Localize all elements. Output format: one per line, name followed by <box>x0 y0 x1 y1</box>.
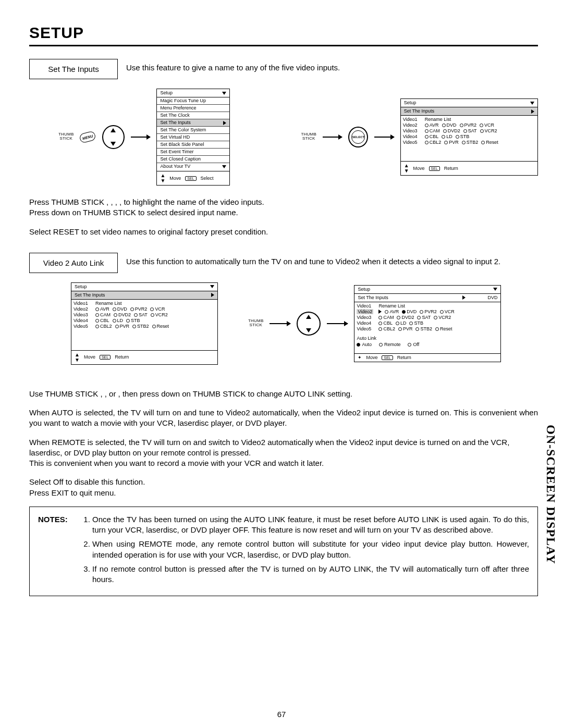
menu-button-icon: MENU <box>79 130 97 143</box>
menu-item: Set The Clock <box>157 112 229 119</box>
arrow-icon <box>374 137 394 138</box>
page-number: 67 <box>0 710 563 719</box>
menu-item: Set The Color System <box>157 127 229 134</box>
foot-move: Move <box>84 355 95 360</box>
menu-item: Set Closed Caption <box>157 156 229 163</box>
page-heading: SETUP <box>29 24 538 42</box>
sel-badge: SEL <box>429 166 440 171</box>
instruction-text: When REMOTE is selected, the TV will tur… <box>29 437 538 459</box>
updown-icon: ▲▼ <box>404 163 409 174</box>
arrow-right-icon <box>462 295 466 300</box>
foot-action: Return <box>397 355 411 360</box>
input-row: Video1Rename List <box>403 117 535 122</box>
note-item: If no remote control button is pressed a… <box>92 564 529 585</box>
arrow-right-icon <box>531 109 534 114</box>
sel-badge: SEL <box>382 355 393 360</box>
menu-title: Setup <box>358 287 370 292</box>
instruction-text: Select RESET to set video names to origi… <box>29 227 538 237</box>
dvd-tag: DVD <box>487 295 497 300</box>
arrow-right-icon <box>211 293 214 297</box>
notes-box: NOTES: Once the TV has been turned on us… <box>29 507 538 596</box>
menu-item: Magic Focus Tune Up <box>157 97 229 105</box>
select-button-icon: SELECT <box>348 127 368 147</box>
note-item: When using REMOTE mode, any remote contr… <box>92 539 529 560</box>
foot-action: Return <box>444 166 458 171</box>
opt-remote: Remote <box>384 342 401 347</box>
updown-icon: ▲▼ <box>75 352 80 363</box>
menu-item: Set Black Side Panel <box>157 141 229 149</box>
updown-icon: ▲▼ <box>160 173 165 183</box>
input-row: Video2AVRDVDPVR2VCR <box>74 306 215 312</box>
thumbstick-icon <box>102 125 125 149</box>
menu-subtitle: Set The Inputs <box>358 295 388 300</box>
nav-glyph: ✦ <box>358 355 362 360</box>
instruction-text: Press THUMB STICK , , , , to highlight t… <box>29 197 538 218</box>
heading-rule <box>29 45 538 46</box>
menu-item: About Your TV <box>157 163 229 170</box>
arrow-icon <box>270 323 290 324</box>
foot-action: Select <box>201 176 214 181</box>
arrow-icon <box>131 137 150 138</box>
thumbstick-control: THUMBSTICK <box>58 132 74 142</box>
input-row: Video4CBLLDSTB <box>403 134 535 140</box>
menu-subtitle: Set The Inputs <box>75 293 105 298</box>
arrow-down-icon <box>222 92 226 95</box>
arrow-icon <box>323 137 342 138</box>
arrow-icon <box>327 323 348 324</box>
set-inputs-label: Set The Inputs <box>29 59 118 79</box>
menu-item: Set The Inputs <box>157 119 229 127</box>
menu-item: Set Virtual HD <box>157 134 229 141</box>
instruction-text: When AUTO is selected, the TV will turn … <box>29 408 538 429</box>
sel-badge: SEL <box>185 176 196 181</box>
notes-label: NOTES: <box>38 514 75 588</box>
note-item: Once the TV has been turned on using the… <box>92 514 529 536</box>
input-row: Video3CAMDVD2SATVCR2 <box>74 312 215 318</box>
foot-action: Return <box>115 355 129 360</box>
input-row: Video1Rename List <box>357 303 498 309</box>
opt-off: Off <box>413 342 419 347</box>
input-row: Video2AVRDVDPVR2VCR <box>403 122 535 128</box>
foot-move: Move <box>169 176 181 181</box>
foot-move: Move <box>413 166 425 171</box>
input-row: Video5CBL2PVRSTB2Reset <box>74 324 215 329</box>
input-row: Video4CBLLDSTB <box>357 320 498 326</box>
menu-item: Menu Preference <box>157 105 229 112</box>
input-row: Video5CBL2PVRSTB2Reset <box>403 140 535 145</box>
set-inputs-desc: Use this feature to give a name to any o… <box>126 59 340 72</box>
autolink-label: Video 2 Auto Link <box>29 253 118 273</box>
foot-move: Move <box>366 355 377 360</box>
thumbstick-control-2: THUMBSTICK <box>301 132 316 142</box>
instruction-text: Select Off to disable this function. <box>29 477 538 487</box>
instruction-text: Use THUMB STICK , , or , then press down… <box>29 389 538 399</box>
arrow-down-icon <box>493 288 497 291</box>
setup-menu-title: Setup <box>160 91 173 95</box>
menu-title: Setup <box>75 285 87 289</box>
arrow-down-icon <box>530 102 534 105</box>
input-row: Video3CAMDVD2SATVCR2 <box>403 128 535 134</box>
sel-badge: SEL <box>100 355 111 360</box>
instruction-text: This is convenient when you want to reco… <box>29 458 538 468</box>
input-row: Video1Rename List <box>74 301 215 306</box>
setup-menu: Setup Magic Focus Tune UpMenu Preference… <box>156 89 230 186</box>
input-row: Video3CAMDVD2SATVCR2 <box>357 315 498 320</box>
autolink-desc: Use this function to automatically turn … <box>126 253 538 266</box>
inputs-menu-3: Setup Set The Inputs DVD Video1Rename Li… <box>354 285 501 362</box>
thumbstick-control-3: THUMBSTICK <box>248 319 263 328</box>
menu-subtitle: Set The Inputs <box>404 109 434 114</box>
inputs-menu: Setup Set The Inputs Video1Rename ListVi… <box>400 98 538 176</box>
section-tab: ON-SCREEN DISPLAY <box>544 425 558 564</box>
input-row: Video5CBL2PVRSTB2Reset <box>357 326 498 332</box>
arrow-down-icon <box>210 285 214 288</box>
inputs-menu-2: Setup Set The Inputs Video1Rename ListVi… <box>71 282 218 365</box>
autolink-title: Auto Link <box>357 336 498 341</box>
input-row: Video4CBLLDSTB <box>74 318 215 324</box>
instruction-text: Press EXIT to quit menu. <box>29 488 538 498</box>
menu-item: Set Event Timer <box>157 149 229 156</box>
input-row: Video2AVRDVDPVR2VCR <box>357 309 498 315</box>
thumbstick-icon <box>297 312 321 336</box>
menu-title: Setup <box>404 101 417 105</box>
opt-auto: Auto <box>362 342 372 347</box>
